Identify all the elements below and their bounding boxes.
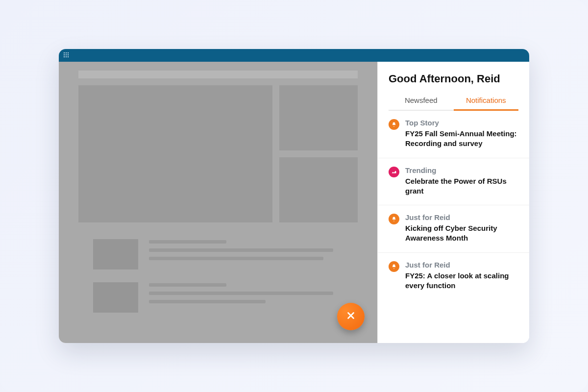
- hero-placeholder-small: [279, 157, 358, 222]
- tab-notifications[interactable]: Notifications: [454, 92, 519, 111]
- notification-title: FY25: A closer look at scaling every fun…: [405, 271, 518, 291]
- text-placeholder: [149, 239, 343, 270]
- trending-icon: [389, 167, 399, 177]
- hero-placeholder-small: [279, 85, 358, 150]
- notification-item[interactable]: Just for Reid Kicking off Cyber Security…: [378, 205, 529, 253]
- main-content-dimmed: [59, 62, 377, 343]
- panel-tabs: Newsfeed Notifications: [378, 92, 529, 111]
- notification-category: Top Story: [405, 119, 518, 127]
- app-body: Good Afternoon, Reid Newsfeed Notificati…: [59, 62, 529, 343]
- close-panel-button[interactable]: [337, 303, 365, 330]
- greeting-text: Good Afternoon, Reid: [378, 62, 529, 92]
- notification-list: Top Story FY25 Fall Semi-Annual Meeting:…: [378, 111, 529, 343]
- app-menu-icon[interactable]: [64, 52, 70, 58]
- notifications-panel: Good Afternoon, Reid Newsfeed Notificati…: [377, 62, 529, 343]
- notification-category: Trending: [405, 166, 518, 174]
- notification-item[interactable]: Trending Celebrate the Power of RSUs gra…: [378, 158, 529, 206]
- hero-row: [78, 85, 358, 222]
- notification-item[interactable]: Top Story FY25 Fall Semi-Annual Meeting:…: [378, 111, 529, 158]
- placeholder-list: [78, 239, 358, 313]
- app-window: Good Afternoon, Reid Newsfeed Notificati…: [59, 49, 529, 343]
- titlebar: [59, 49, 529, 62]
- hero-side-column: [279, 85, 358, 222]
- notification-title: FY25 Fall Semi-Annual Meeting: Recording…: [405, 129, 518, 149]
- notification-item[interactable]: Just for Reid FY25: A closer look at sca…: [378, 253, 529, 300]
- hero-placeholder-large: [78, 85, 272, 222]
- stage: Good Afternoon, Reid Newsfeed Notificati…: [0, 0, 588, 392]
- bell-icon: [389, 119, 399, 130]
- close-icon: [345, 310, 356, 323]
- notification-title: Celebrate the Power of RSUs grant: [405, 176, 518, 196]
- bell-icon: [389, 214, 399, 224]
- thumb-placeholder: [93, 282, 138, 313]
- tab-newsfeed[interactable]: Newsfeed: [389, 92, 454, 111]
- thumb-placeholder: [93, 239, 138, 270]
- notification-category: Just for Reid: [405, 261, 518, 269]
- text-placeholder: [149, 282, 343, 313]
- notification-title: Kicking off Cyber Security Awareness Mon…: [405, 223, 518, 244]
- notification-category: Just for Reid: [405, 213, 518, 221]
- bell-icon: [389, 261, 399, 272]
- placeholder-bar: [78, 71, 358, 78]
- list-item: [93, 239, 343, 270]
- list-item: [93, 282, 343, 313]
